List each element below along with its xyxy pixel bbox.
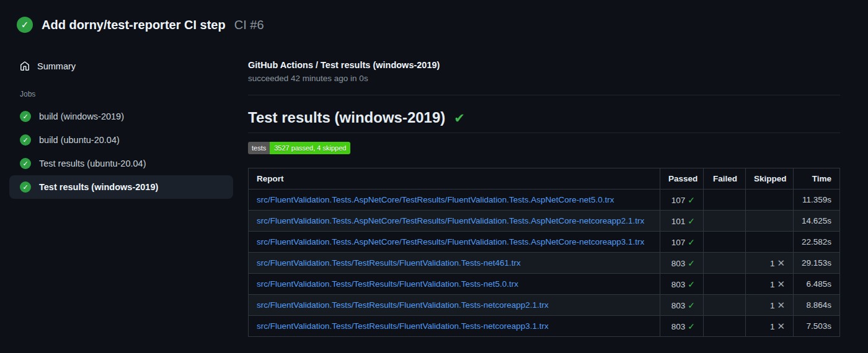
results-table: Report Passed Failed Skipped Time src/Fl… [248, 168, 840, 337]
time-cell: 14.625s [794, 211, 840, 232]
tests-badge-value: 3527 passed, 4 skipped [270, 142, 350, 154]
column-header-failed: Failed [704, 168, 746, 190]
pass-check-icon: ✓ [688, 321, 695, 331]
failed-cell [704, 316, 746, 337]
table-row: src/FluentValidation.Tests/TestResults/F… [249, 253, 840, 274]
skip-x-icon: ✕ [777, 300, 785, 310]
passed-cell: 107✓ [660, 190, 704, 211]
report-link[interactable]: src/FluentValidation.Tests/TestResults/F… [257, 279, 518, 289]
table-row: src/FluentValidation.Tests/TestResults/F… [249, 316, 840, 337]
section-success-check-icon: ✔ [454, 111, 465, 124]
run-success-check-icon: ✓ [17, 17, 33, 33]
skipped-cell: 1✕ [746, 274, 794, 295]
skipped-cell: 1✕ [746, 295, 794, 316]
sidebar-job-item[interactable]: ✓Test results (ubuntu-20.04) [9, 152, 233, 175]
skipped-count: 1 [770, 280, 775, 289]
job-label: Test results (ubuntu-20.04) [39, 159, 146, 168]
skipped-cell: 1✕ [746, 316, 794, 337]
job-label: Test results (windows-2019) [39, 182, 158, 192]
column-header-skipped: Skipped [746, 168, 794, 190]
column-header-passed: Passed [660, 168, 704, 190]
sidebar: Summary Jobs ✓build (windows-2019)✓build… [0, 49, 248, 337]
report-cell: src/FluentValidation.Tests/TestResults/F… [249, 295, 660, 316]
skipped-cell [746, 232, 794, 253]
passed-cell: 803✓ [660, 253, 704, 274]
passed-cell: 803✓ [660, 316, 704, 337]
table-row: src/FluentValidation.Tests.AspNetCore/Te… [249, 232, 840, 253]
report-cell: src/FluentValidation.Tests.AspNetCore/Te… [249, 211, 660, 232]
report-link[interactable]: src/FluentValidation.Tests/TestResults/F… [257, 321, 549, 331]
passed-count: 803 [671, 301, 686, 310]
skipped-count: 1 [770, 322, 775, 331]
skipped-cell [746, 211, 794, 232]
failed-cell [704, 232, 746, 253]
report-link[interactable]: src/FluentValidation.Tests.AspNetCore/Te… [257, 216, 644, 225]
passed-cell: 101✓ [660, 211, 704, 232]
passed-count: 803 [671, 322, 686, 331]
report-link[interactable]: src/FluentValidation.Tests/TestResults/F… [257, 300, 549, 310]
failed-cell [704, 253, 746, 274]
passed-count: 107 [671, 238, 686, 247]
report-cell: src/FluentValidation.Tests/TestResults/F… [249, 253, 660, 274]
report-cell: src/FluentValidation.Tests/TestResults/F… [249, 316, 660, 337]
job-title: GitHub Actions / Test results (windows-2… [248, 59, 840, 71]
skipped-count: 1 [770, 301, 775, 310]
pass-check-icon: ✓ [688, 300, 695, 310]
report-cell: src/FluentValidation.Tests.AspNetCore/Te… [249, 232, 660, 253]
page-body: Summary Jobs ✓build (windows-2019)✓build… [0, 49, 868, 337]
skip-x-icon: ✕ [777, 321, 785, 331]
job-success-check-icon: ✓ [20, 158, 31, 169]
passed-count: 803 [671, 280, 686, 289]
passed-count: 107 [671, 196, 686, 205]
skip-x-icon: ✕ [777, 258, 785, 268]
report-link[interactable]: src/FluentValidation.Tests.AspNetCore/Te… [257, 195, 614, 204]
time-cell: 6.485s [794, 274, 840, 295]
column-header-report: Report [249, 168, 660, 190]
table-row: src/FluentValidation.Tests/TestResults/F… [249, 274, 840, 295]
table-row: src/FluentValidation.Tests.AspNetCore/Te… [249, 190, 840, 211]
home-icon [20, 61, 30, 71]
failed-cell [704, 295, 746, 316]
passed-cell: 107✓ [660, 232, 704, 253]
sidebar-job-item[interactable]: ✓build (ubuntu-20.04) [9, 128, 233, 152]
section-heading: Test results (windows-2019) ✔ [248, 109, 840, 133]
table-header-row: Report Passed Failed Skipped Time [249, 168, 840, 190]
time-cell: 29.153s [794, 253, 840, 274]
passed-count: 803 [671, 259, 686, 268]
pass-check-icon: ✓ [688, 195, 695, 205]
run-number: CI #6 [234, 18, 264, 32]
job-success-check-icon: ✓ [20, 134, 31, 146]
failed-cell [704, 211, 746, 232]
main-content: GitHub Actions / Test results (windows-2… [248, 49, 868, 337]
sidebar-job-item[interactable]: ✓build (windows-2019) [9, 105, 233, 128]
pass-check-icon: ✓ [688, 237, 695, 247]
skipped-count: 1 [770, 259, 775, 268]
report-cell: src/FluentValidation.Tests.AspNetCore/Te… [249, 190, 660, 211]
report-cell: src/FluentValidation.Tests/TestResults/F… [249, 274, 660, 295]
job-success-check-icon: ✓ [20, 111, 31, 122]
job-label: build (windows-2019) [39, 111, 124, 121]
sidebar-job-item[interactable]: ✓Test results (windows-2019) [9, 175, 233, 199]
header-divider [248, 95, 840, 95]
passed-count: 101 [671, 217, 686, 226]
sidebar-summary-label: Summary [37, 61, 76, 71]
section-title: Test results (windows-2019) [248, 109, 445, 126]
failed-cell [704, 190, 746, 211]
report-link[interactable]: src/FluentValidation.Tests/TestResults/F… [257, 258, 521, 268]
run-header: ✓ Add dorny/test-reporter CI step CI #6 [0, 0, 868, 33]
report-link[interactable]: src/FluentValidation.Tests.AspNetCore/Te… [257, 237, 644, 246]
tests-badge: tests3527 passed, 4 skipped [248, 142, 350, 154]
run-title: Add dorny/test-reporter CI step [42, 18, 226, 32]
table-row: src/FluentValidation.Tests.AspNetCore/Te… [249, 211, 840, 232]
jobs-list: ✓build (windows-2019)✓build (ubuntu-20.0… [9, 105, 233, 199]
time-cell: 22.582s [794, 232, 840, 253]
skipped-cell [746, 190, 794, 211]
pass-check-icon: ✓ [688, 216, 695, 226]
time-cell: 7.503s [794, 316, 840, 337]
passed-cell: 803✓ [660, 274, 704, 295]
failed-cell [704, 274, 746, 295]
jobs-section-label: Jobs [20, 90, 233, 98]
sidebar-item-summary[interactable]: Summary [9, 56, 233, 76]
job-status-text: succeeded 42 minutes ago in 0s [248, 72, 840, 85]
skip-x-icon: ✕ [777, 279, 785, 289]
